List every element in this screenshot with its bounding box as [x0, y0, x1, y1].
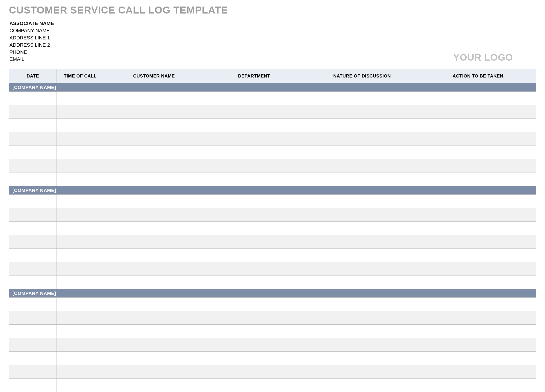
- cell-date[interactable]: [9, 325, 57, 338]
- cell-date[interactable]: [9, 132, 57, 146]
- cell-date[interactable]: [9, 119, 57, 132]
- cell-customer-name[interactable]: [104, 276, 204, 289]
- cell-time[interactable]: [56, 146, 104, 159]
- cell-department[interactable]: [204, 146, 304, 159]
- cell-customer-name[interactable]: [104, 222, 204, 235]
- cell-date[interactable]: [9, 173, 57, 186]
- cell-department[interactable]: [204, 159, 304, 173]
- cell-nature[interactable]: [304, 365, 420, 379]
- cell-nature[interactable]: [304, 173, 420, 186]
- cell-nature[interactable]: [304, 222, 420, 235]
- cell-department[interactable]: [204, 379, 304, 392]
- cell-department[interactable]: [204, 235, 304, 249]
- cell-time[interactable]: [56, 325, 104, 338]
- cell-date[interactable]: [9, 338, 57, 352]
- cell-action[interactable]: [420, 249, 536, 262]
- cell-department[interactable]: [204, 262, 304, 276]
- cell-nature[interactable]: [304, 105, 420, 119]
- cell-action[interactable]: [420, 159, 536, 173]
- cell-nature[interactable]: [304, 311, 420, 325]
- cell-time[interactable]: [56, 208, 104, 222]
- cell-date[interactable]: [9, 146, 57, 159]
- cell-nature[interactable]: [304, 262, 420, 276]
- cell-action[interactable]: [420, 352, 536, 365]
- cell-nature[interactable]: [304, 146, 420, 159]
- cell-time[interactable]: [56, 195, 104, 208]
- cell-customer-name[interactable]: [104, 195, 204, 208]
- cell-action[interactable]: [420, 105, 536, 119]
- cell-time[interactable]: [56, 222, 104, 235]
- cell-action[interactable]: [420, 379, 536, 392]
- cell-nature[interactable]: [304, 352, 420, 365]
- cell-customer-name[interactable]: [104, 311, 204, 325]
- cell-department[interactable]: [204, 311, 304, 325]
- cell-customer-name[interactable]: [104, 119, 204, 132]
- cell-action[interactable]: [420, 195, 536, 208]
- cell-action[interactable]: [420, 173, 536, 186]
- cell-time[interactable]: [56, 379, 104, 392]
- cell-date[interactable]: [9, 276, 57, 289]
- cell-date[interactable]: [9, 222, 57, 235]
- cell-department[interactable]: [204, 208, 304, 222]
- cell-date[interactable]: [9, 249, 57, 262]
- cell-customer-name[interactable]: [104, 146, 204, 159]
- cell-nature[interactable]: [304, 119, 420, 132]
- cell-department[interactable]: [204, 132, 304, 146]
- cell-customer-name[interactable]: [104, 173, 204, 186]
- cell-customer-name[interactable]: [104, 379, 204, 392]
- cell-action[interactable]: [420, 365, 536, 379]
- cell-action[interactable]: [420, 311, 536, 325]
- cell-customer-name[interactable]: [104, 132, 204, 146]
- cell-date[interactable]: [9, 195, 57, 208]
- cell-time[interactable]: [56, 235, 104, 249]
- cell-date[interactable]: [9, 311, 57, 325]
- cell-action[interactable]: [420, 222, 536, 235]
- cell-time[interactable]: [56, 352, 104, 365]
- cell-date[interactable]: [9, 352, 57, 365]
- cell-nature[interactable]: [304, 276, 420, 289]
- cell-customer-name[interactable]: [104, 92, 204, 105]
- cell-date[interactable]: [9, 262, 57, 276]
- cell-customer-name[interactable]: [104, 298, 204, 311]
- cell-time[interactable]: [56, 92, 104, 105]
- cell-customer-name[interactable]: [104, 235, 204, 249]
- cell-department[interactable]: [204, 325, 304, 338]
- cell-department[interactable]: [204, 92, 304, 105]
- cell-department[interactable]: [204, 352, 304, 365]
- cell-department[interactable]: [204, 365, 304, 379]
- cell-customer-name[interactable]: [104, 352, 204, 365]
- cell-nature[interactable]: [304, 92, 420, 105]
- cell-customer-name[interactable]: [104, 338, 204, 352]
- cell-time[interactable]: [56, 311, 104, 325]
- cell-nature[interactable]: [304, 249, 420, 262]
- cell-date[interactable]: [9, 365, 57, 379]
- cell-nature[interactable]: [304, 208, 420, 222]
- cell-nature[interactable]: [304, 325, 420, 338]
- cell-department[interactable]: [204, 249, 304, 262]
- cell-action[interactable]: [420, 325, 536, 338]
- cell-nature[interactable]: [304, 338, 420, 352]
- cell-action[interactable]: [420, 262, 536, 276]
- cell-time[interactable]: [56, 105, 104, 119]
- cell-time[interactable]: [56, 365, 104, 379]
- cell-time[interactable]: [56, 276, 104, 289]
- cell-time[interactable]: [56, 249, 104, 262]
- cell-department[interactable]: [204, 119, 304, 132]
- cell-action[interactable]: [420, 338, 536, 352]
- cell-nature[interactable]: [304, 195, 420, 208]
- cell-department[interactable]: [204, 222, 304, 235]
- cell-time[interactable]: [56, 173, 104, 186]
- cell-date[interactable]: [9, 92, 57, 105]
- cell-date[interactable]: [9, 298, 57, 311]
- cell-action[interactable]: [420, 132, 536, 146]
- cell-time[interactable]: [56, 132, 104, 146]
- cell-time[interactable]: [56, 159, 104, 173]
- cell-action[interactable]: [420, 119, 536, 132]
- cell-action[interactable]: [420, 235, 536, 249]
- cell-customer-name[interactable]: [104, 208, 204, 222]
- cell-nature[interactable]: [304, 159, 420, 173]
- cell-department[interactable]: [204, 105, 304, 119]
- cell-customer-name[interactable]: [104, 105, 204, 119]
- cell-action[interactable]: [420, 146, 536, 159]
- cell-time[interactable]: [56, 298, 104, 311]
